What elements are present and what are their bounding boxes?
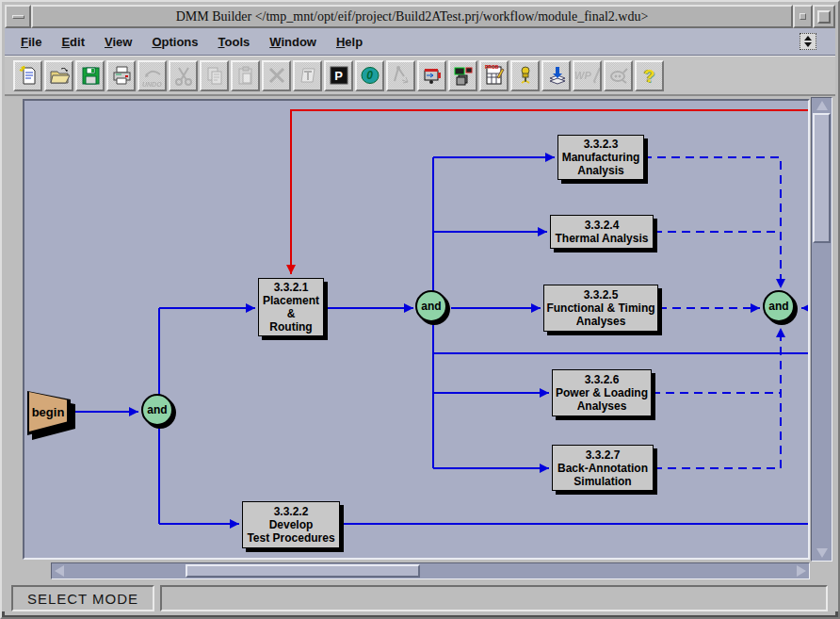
toolbar-button-transform-text[interactable] — [293, 60, 322, 91]
task-line: 3.3.2.4 — [585, 219, 620, 232]
task-line: Analyses — [577, 399, 627, 413]
task-node-3-3-2-6[interactable]: 3.3.2.6 Power & Loading Analyses — [552, 369, 652, 416]
toolbar-button-p-tool[interactable]: P — [324, 60, 353, 91]
vertical-scrollbar[interactable] — [811, 97, 832, 562]
scroll-right-icon[interactable] — [797, 565, 806, 577]
task-line: Routing — [269, 320, 312, 334]
menu-options[interactable]: Options — [152, 35, 198, 49]
task-line: 3.3.2.7 — [586, 448, 621, 462]
word-processor-label: WP — [574, 71, 591, 81]
task-line: Back-Annotation — [557, 462, 648, 475]
menu-bar: File Edit View Options Tools Window Help — [5, 28, 835, 56]
toolbar-button-pushpin[interactable] — [510, 60, 540, 91]
problem-editor-label: PROB — [485, 65, 498, 70]
task-line: Analysis — [577, 164, 623, 177]
connector-layer — [24, 101, 810, 560]
transform-text-icon — [298, 65, 318, 86]
task-line: Power & Loading — [556, 386, 648, 399]
toolbar-button-undo[interactable]: UNDO — [137, 60, 167, 91]
task-line: Test Procedures — [247, 531, 334, 545]
task-line: Placement — [263, 294, 319, 307]
toolbar-button-module-editor[interactable] — [417, 60, 446, 91]
task-node-3-3-2-3[interactable]: 3.3.2.3 Manufacturing Analysis — [557, 135, 644, 180]
task-line: 3.3.2.2 — [274, 505, 309, 518]
toolbar-button-annotate[interactable] — [604, 60, 633, 91]
scroll-down-icon[interactable] — [816, 548, 828, 558]
menu-help[interactable]: Help — [336, 35, 363, 49]
paste-icon — [235, 65, 256, 86]
display-manager-icon — [453, 65, 474, 86]
task-node-3-3-2-1[interactable]: 3.3.2.1 Placement & Routing — [258, 278, 324, 336]
menu-file[interactable]: File — [21, 35, 41, 49]
begin-node[interactable]: begin — [27, 389, 71, 436]
message-panel — [160, 585, 828, 611]
and-node-2[interactable]: and — [415, 290, 447, 322]
delete-x-icon — [267, 65, 287, 86]
help-question-icon: ? — [644, 67, 655, 85]
horizontal-scroll-thumb[interactable] — [186, 564, 420, 578]
task-line: Thermal Analysis — [556, 232, 649, 245]
toolbar-button-save[interactable] — [75, 60, 105, 91]
task-line: & — [287, 307, 296, 320]
menu-edit[interactable]: Edit — [61, 35, 85, 49]
toolbar-button-new-document[interactable] — [13, 60, 42, 91]
maximize-icon — [817, 10, 831, 24]
mode-indicator: SELECT MODE — [11, 585, 154, 611]
menu-view[interactable]: View — [105, 35, 132, 49]
task-line: Manufacturing — [562, 151, 640, 164]
task-line: Develop — [269, 518, 314, 531]
toolbar-button-import-stack[interactable] — [541, 60, 571, 91]
toolbar: UNDO P 0 — [5, 56, 835, 96]
task-node-3-3-2-4[interactable]: 3.3.2.4 Thermal Analysis — [550, 215, 654, 249]
toolbar-button-problem-editor[interactable]: PROB — [479, 60, 509, 91]
toolbar-button-copy[interactable] — [200, 60, 229, 91]
print-icon — [111, 65, 132, 86]
minimize-icon — [800, 13, 806, 20]
toolbar-button-print[interactable] — [106, 60, 136, 91]
task-line: Analyses — [576, 315, 626, 328]
connector-b3-and3 — [643, 157, 781, 288]
and-node-1[interactable]: and — [141, 394, 173, 426]
maximize-button[interactable] — [813, 5, 835, 28]
and-node-3[interactable]: and — [763, 290, 795, 322]
pushpin-icon — [515, 65, 536, 86]
title-bar: DMM Builder </tmp_mnt/opt/eif/project/Bu… — [5, 5, 835, 28]
vertical-scroll-thumb[interactable] — [813, 113, 831, 243]
minimize-button[interactable] — [793, 5, 813, 28]
open-folder-icon — [49, 65, 70, 86]
toolbar-button-word-processor[interactable]: WP — [573, 60, 602, 91]
toolbar-button-delete[interactable] — [262, 60, 291, 91]
toolbar-button-cut[interactable] — [169, 60, 198, 91]
scroll-up-icon[interactable] — [816, 101, 828, 110]
status-bar: SELECT MODE — [5, 581, 835, 615]
toolbar-button-zero-tool[interactable]: 0 — [355, 60, 384, 91]
task-line: Simulation — [573, 475, 631, 488]
dividers-icon — [391, 65, 412, 86]
toolbar-button-display-manager[interactable] — [448, 60, 477, 91]
window-menu-icon — [12, 15, 24, 19]
pen-icon — [592, 67, 600, 84]
toolbar-button-dividers[interactable] — [386, 60, 415, 91]
workflow-canvas[interactable]: begin and and and 3.3.2.1 Placement & Ro… — [23, 99, 810, 560]
new-document-icon — [18, 65, 39, 86]
import-stack-icon — [546, 65, 567, 86]
connector-b7-and3 — [654, 328, 781, 468]
window-title: DMM Builder </tmp_mnt/opt/eif/project/Bu… — [31, 5, 793, 28]
task-node-3-3-2-7[interactable]: 3.3.2.7 Back-Annotation Simulation — [552, 445, 654, 491]
menu-tools[interactable]: Tools — [218, 35, 250, 49]
task-line: 3.3.2.5 — [584, 288, 619, 301]
pane-spinner[interactable] — [800, 33, 816, 50]
task-node-3-3-2-5[interactable]: 3.3.2.5 Functional & Timing Analyses — [543, 285, 658, 332]
scroll-left-icon[interactable] — [55, 565, 64, 577]
annotate-icon — [608, 65, 629, 86]
horizontal-scrollbar[interactable] — [51, 562, 810, 579]
task-line: 3.3.2.1 — [274, 281, 309, 294]
task-node-3-3-2-2[interactable]: 3.3.2.2 Develop Test Procedures — [242, 501, 340, 548]
toolbar-button-paste[interactable] — [231, 60, 260, 91]
toolbar-button-help[interactable]: ? — [635, 60, 664, 91]
save-icon — [80, 65, 101, 86]
window-menu-button[interactable] — [5, 5, 31, 28]
toolbar-button-open-file[interactable] — [44, 60, 73, 91]
menu-window[interactable]: Window — [269, 35, 316, 49]
undo-label: UNDO — [142, 81, 162, 88]
